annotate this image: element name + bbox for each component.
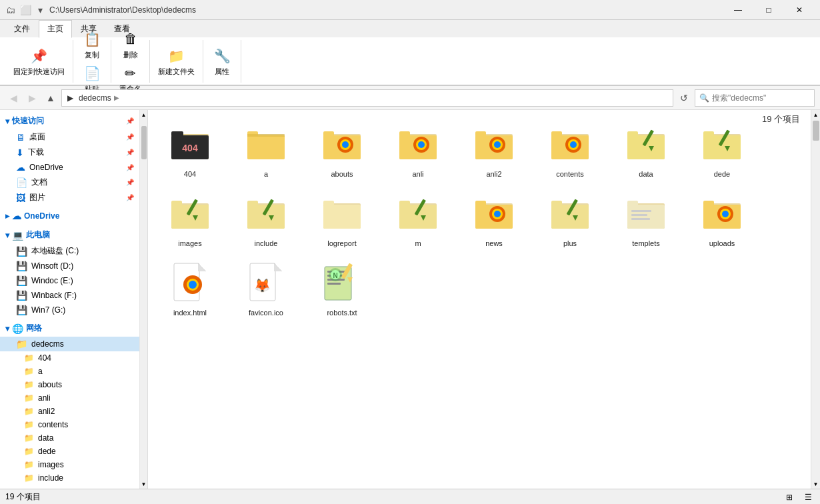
up-button[interactable]: ▲ <box>43 90 59 106</box>
file-item-images[interactable]: images <box>153 185 227 251</box>
minimize-button[interactable]: — <box>723 0 753 20</box>
sidebar-item-pictures[interactable]: 🖼 图片 📌 <box>0 190 139 205</box>
file-item-m[interactable]: m <box>381 185 455 251</box>
expand-icon[interactable]: ▾ <box>35 5 45 15</box>
file-label-404: 404 <box>184 170 196 178</box>
sidebar-item-tree-data[interactable]: 📁 data <box>0 431 139 445</box>
sidebar-item-f[interactable]: 💾 Winback (F:) <box>0 288 139 303</box>
sidebar-section-network: ▾ 🌐 网络 📁 dedecms 📁 404 📁 a 📁 abouts � <box>0 320 139 485</box>
file-label-logreport: logreport <box>327 239 356 247</box>
ribbon-properties-btn[interactable]: 🔧 属性 <box>209 44 235 78</box>
file-item-abouts[interactable]: abouts <box>305 115 379 182</box>
drive-e-label: Windoc (E:) <box>31 276 73 285</box>
scroll-up-arrow[interactable]: ▲ <box>140 110 148 119</box>
file-item-dede[interactable]: dede <box>685 115 759 182</box>
ico-file-svg: 🦊 <box>249 262 283 302</box>
sidebar-network-header[interactable]: ▾ 🌐 网络 <box>0 320 139 337</box>
sidebar-item-desktop[interactable]: 🖥 桌面 📌 <box>0 129 139 145</box>
sidebar-item-tree-dede[interactable]: 📁 dede <box>0 445 139 458</box>
sidebar-item-documents[interactable]: 📄 文档 📌 <box>0 175 139 190</box>
folder-svg-data <box>626 126 666 161</box>
ribbon-pin-btn[interactable]: 📌 固定到快速访问 <box>11 44 67 78</box>
sidebar-onedrive-q-label: OneDrive <box>29 163 63 172</box>
file-scroll-down[interactable]: ▼ <box>811 479 820 489</box>
sidebar-item-e[interactable]: 💾 Windoc (E:) <box>0 273 139 288</box>
ribbon-copy-btn[interactable]: 📋 复制 <box>79 27 105 61</box>
sidebar-item-g[interactable]: 💾 Win7 (G:) <box>0 303 139 317</box>
sidebar-item-tree-include[interactable]: 📁 include <box>0 471 139 485</box>
quick-access-icon[interactable]: ⬜ <box>20 5 31 15</box>
file-item-contents[interactable]: contents <box>533 115 607 182</box>
tab-file[interactable]: 文件 <box>5 20 39 37</box>
file-scroll-up[interactable]: ▲ <box>811 110 820 119</box>
sidebar-item-tree-anli[interactable]: 📁 anli <box>0 391 139 405</box>
ribbon-delete-btn[interactable]: 🗑 删除 <box>117 27 144 61</box>
tree-contents-label: contents <box>38 420 68 429</box>
file-item-plus[interactable]: plus <box>533 185 607 251</box>
scroll-down-arrow[interactable]: ▼ <box>140 479 148 489</box>
sidebar-item-tree-anli2[interactable]: 📁 anli2 <box>0 405 139 418</box>
file-item-include[interactable]: include <box>229 185 303 251</box>
file-item-uploads[interactable]: uploads <box>685 185 759 251</box>
svg-rect-62 <box>475 201 486 206</box>
file-item-robots-txt[interactable]: N robots.txt <box>305 254 379 321</box>
view-list-button[interactable]: ☰ <box>801 491 815 504</box>
file-item-a[interactable]: a <box>229 115 303 182</box>
sidebar-item-downloads[interactable]: ⬇ 下载 📌 <box>0 145 139 160</box>
file-label-robots-txt: robots.txt <box>327 309 357 317</box>
file-item-anli[interactable]: anli <box>381 115 455 182</box>
file-label-anli2: anli2 <box>486 170 501 178</box>
sidebar-quickaccess-header[interactable]: ▾ 快速访问 📌 <box>0 113 139 129</box>
sidebar-pc-header[interactable]: ▾ 💻 此电脑 <box>0 227 139 243</box>
ribbon-newfolder-btn[interactable]: 📁 新建文件夹 <box>155 44 197 78</box>
sidebar-onedrive-header[interactable]: ▸ ☁ OneDrive <box>0 208 139 224</box>
folder-icon-wrap-plus <box>546 189 594 237</box>
sidebar-item-c[interactable]: 💾 本地磁盘 (C:) <box>0 243 139 259</box>
breadcrumb-folder[interactable]: dedecms <box>79 93 111 103</box>
delete-icon: 🗑 <box>120 29 141 50</box>
drive-icon-c: 💾 <box>16 246 27 257</box>
svg-rect-28 <box>551 131 562 137</box>
file-item-data[interactable]: data <box>609 115 683 182</box>
sidebar-item-tree-a[interactable]: 📁 a <box>0 365 139 378</box>
sidebar-item-tree-404[interactable]: 📁 404 <box>0 351 139 365</box>
file-item-logreport[interactable]: logreport <box>305 185 379 251</box>
close-button[interactable]: ✕ <box>784 0 815 20</box>
view-grid-button[interactable]: ⊞ <box>783 491 796 504</box>
sidebar-item-tree-images[interactable]: 📁 images <box>0 458 139 471</box>
sidebar-item-onedrive-quick[interactable]: ☁ OneDrive 📌 <box>0 160 139 175</box>
file-item-404[interactable]: 404 404 <box>153 115 227 182</box>
folder-icon-wrap-logreport <box>318 189 366 237</box>
breadcrumb-part[interactable]: ▶ <box>67 93 73 103</box>
svg-marker-85 <box>198 263 206 271</box>
sidebar-item-dedecms[interactable]: 📁 dedecms <box>0 337 139 351</box>
file-item-index-html[interactable]: index.html <box>153 254 227 321</box>
file-scroll-thumb[interactable] <box>813 121 819 141</box>
scroll-thumb[interactable] <box>141 126 147 159</box>
back-button[interactable]: ◀ <box>5 90 21 106</box>
svg-point-31 <box>570 141 577 148</box>
search-input[interactable] <box>712 93 812 103</box>
address-input[interactable]: ▶ dedecms ▶ <box>61 89 673 107</box>
svg-point-19 <box>418 141 425 148</box>
tab-home[interactable]: 主页 <box>39 20 72 38</box>
file-item-anli2[interactable]: anli2 <box>457 115 531 182</box>
drive-icon-d: 💾 <box>16 261 27 271</box>
folder-icon-404: 📁 <box>24 353 34 363</box>
file-item-favicon-ico[interactable]: 🦊 favicon.ico <box>229 254 303 321</box>
network-icon: 🌐 <box>12 323 23 334</box>
file-label-data: data <box>639 170 653 178</box>
quickaccess-label: 快速访问 <box>12 115 44 127</box>
file-item-news[interactable]: news <box>457 185 531 251</box>
folder-svg-include <box>246 195 286 230</box>
sidebar-item-tree-contents[interactable]: 📁 contents <box>0 418 139 431</box>
sidebar-item-tree-abouts[interactable]: 📁 abouts <box>0 378 139 391</box>
search-box[interactable]: 🔍 <box>695 89 815 107</box>
folder-icon-anli: 📁 <box>24 393 34 403</box>
maximize-button[interactable]: □ <box>753 0 784 20</box>
file-item-templets[interactable]: templets <box>609 185 683 251</box>
refresh-button[interactable]: ↺ <box>676 90 692 106</box>
folder-svg-dede <box>702 126 742 161</box>
sidebar-item-d[interactable]: 💾 Winsoft (D:) <box>0 259 139 273</box>
forward-button[interactable]: ▶ <box>24 90 40 106</box>
